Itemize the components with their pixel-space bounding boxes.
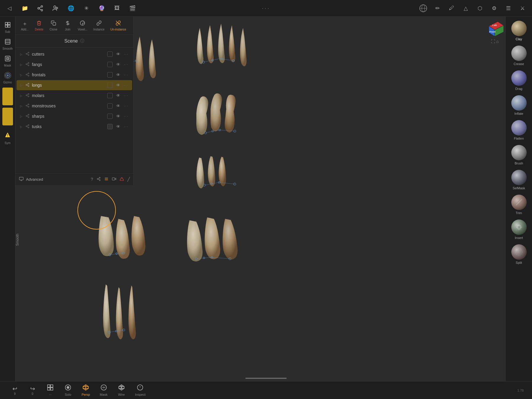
- tool-drag[interactable]: Drag: [507, 69, 531, 92]
- item-eye-molars[interactable]: 👁: [116, 93, 120, 98]
- svg-line-77: [98, 178, 99, 179]
- tool-split[interactable]: Split: [507, 243, 531, 266]
- group-icon[interactable]: [51, 4, 60, 13]
- sub-panel-item[interactable]: Sub: [2, 19, 14, 33]
- sliders-icon[interactable]: ☰: [504, 4, 513, 13]
- tool-selmask[interactable]: SelMask: [507, 168, 531, 192]
- tool-clay[interactable]: Clay: [507, 19, 531, 43]
- redo-btn[interactable]: ↪ 0: [24, 384, 41, 397]
- solo-btn[interactable]: Solo: [59, 383, 77, 398]
- active-tool-btn[interactable]: [2, 88, 13, 105]
- persp-btn[interactable]: Persp: [77, 383, 95, 398]
- item-menu-fangs[interactable]: ···: [124, 62, 129, 67]
- item-eye-fangs[interactable]: 👁: [116, 62, 120, 67]
- item-eye-tusks[interactable]: 👁: [116, 124, 120, 129]
- join-btn[interactable]: Join: [62, 19, 74, 32]
- scene-item-cutters[interactable]: ▷ cutters 👁 ···: [17, 49, 132, 59]
- item-menu-molars[interactable]: ···: [124, 93, 129, 98]
- sun-icon[interactable]: ✳: [82, 4, 91, 13]
- tool-inflate[interactable]: Inflate: [507, 93, 531, 117]
- layers-icon[interactable]: ⬡: [475, 4, 485, 13]
- info-icon[interactable]: ⓘ: [80, 38, 84, 44]
- tools-icon[interactable]: ⚔: [518, 4, 527, 13]
- item-eye-sharps[interactable]: 👁: [116, 114, 120, 119]
- tool-brush[interactable]: Brush: [507, 143, 531, 167]
- item-menu-tusks[interactable]: ···: [124, 125, 129, 129]
- gizmo-icon[interactable]: [2, 70, 14, 81]
- scene-item-monstrouses[interactable]: ▷ monstrouses 👁 ···: [17, 101, 132, 111]
- smooth-icon[interactable]: [2, 36, 14, 48]
- expand-icon: ▷: [20, 73, 24, 77]
- item-checkbox-molars[interactable]: [107, 93, 113, 98]
- pen-icon[interactable]: ✏: [433, 4, 442, 13]
- sub-icon[interactable]: [2, 19, 14, 31]
- item-checkbox-cutters[interactable]: [107, 51, 113, 57]
- item-checkbox-frontals[interactable]: [107, 72, 113, 77]
- instance-btn[interactable]: Instance: [92, 19, 106, 32]
- uninstance-btn[interactable]: Un-instance: [109, 19, 128, 32]
- adv-list-icon[interactable]: [104, 177, 108, 182]
- settings-icon[interactable]: ⚙: [489, 4, 499, 13]
- delete-btn[interactable]: Delete: [33, 19, 45, 32]
- tool-insert[interactable]: Insert: [507, 218, 531, 241]
- item-menu-cutters[interactable]: ···: [124, 52, 129, 56]
- mask-icon[interactable]: [2, 53, 14, 64]
- globe-icon[interactable]: 🌐: [66, 4, 76, 13]
- adv-warning-icon[interactable]: [120, 177, 124, 182]
- item-eye-longs[interactable]: 👁: [116, 83, 120, 88]
- scene-item-molars[interactable]: ▷ molars 👁 ···: [17, 91, 132, 101]
- item-checkbox-sharps[interactable]: [107, 114, 113, 119]
- advanced-label[interactable]: Advanced: [26, 177, 88, 182]
- share-icon[interactable]: [35, 4, 45, 13]
- material-icon[interactable]: 🔮: [97, 4, 106, 13]
- item-checkbox-longs[interactable]: [107, 83, 113, 88]
- smooth-panel-item[interactable]: Smooth: [2, 36, 14, 50]
- item-eye-frontals[interactable]: 👁: [116, 72, 120, 77]
- item-checkbox-fangs[interactable]: [107, 62, 113, 67]
- scene-item-sharps[interactable]: ▷ sharps 👁 ···: [17, 111, 132, 121]
- adv-help-icon[interactable]: ?: [91, 177, 93, 182]
- voxel-btn[interactable]: Voxel...: [76, 19, 89, 32]
- scene-item-frontals[interactable]: ▷ frontals 👁 ···: [17, 70, 132, 80]
- tool-trim[interactable]: Trim: [507, 193, 531, 217]
- cube-visual[interactable]: Left Front: [486, 20, 504, 38]
- add-btn[interactable]: ＋ Add...: [19, 19, 31, 32]
- back-icon[interactable]: ◁: [5, 4, 14, 13]
- warning-btn[interactable]: ⚠️: [2, 129, 14, 141]
- triangle-icon[interactable]: △: [461, 4, 471, 13]
- scene-item-fangs[interactable]: ▷ fangs 👁 ···: [17, 59, 132, 70]
- scene-item-longs[interactable]: ▷ longs 👁 ···: [17, 80, 132, 90]
- sphere-icon[interactable]: [419, 4, 428, 13]
- item-checkbox-monstrouses[interactable]: [107, 103, 113, 109]
- scroll-indicator[interactable]: [245, 378, 287, 379]
- inspect-btn[interactable]: Inspect: [130, 383, 150, 398]
- file-icon[interactable]: 📁: [20, 4, 30, 13]
- item-menu-longs[interactable]: ···: [124, 83, 129, 87]
- solo-label: Solo: [65, 393, 71, 396]
- svg-line-69: [27, 125, 28, 126]
- clone-btn[interactable]: Clone: [48, 19, 59, 32]
- svg-point-0: [41, 5, 43, 7]
- item-eye-monstrouses[interactable]: 👁: [116, 104, 120, 108]
- video-icon[interactable]: 🎬: [128, 4, 137, 13]
- item-menu-monstrouses[interactable]: ···: [124, 104, 129, 108]
- item-eye-cutters[interactable]: 👁: [116, 52, 120, 56]
- mask-panel-item[interactable]: Mask: [2, 53, 14, 67]
- pen2-icon[interactable]: 🖊: [447, 4, 456, 13]
- more-btn[interactable]: ···: [41, 383, 59, 398]
- active-tool-btn2[interactable]: [2, 108, 13, 125]
- adv-video-icon[interactable]: [112, 177, 116, 182]
- undo-btn[interactable]: ↩ 9: [6, 384, 24, 397]
- gizmo-panel-item[interactable]: Gizmo: [2, 70, 14, 84]
- tool-flatten[interactable]: Flatten: [507, 118, 531, 142]
- adv-share-icon[interactable]: [97, 177, 101, 182]
- item-checkbox-tusks[interactable]: [107, 124, 113, 129]
- item-menu-sharps[interactable]: ···: [124, 114, 129, 118]
- tool-crease[interactable]: Crease: [507, 44, 531, 67]
- item-menu-frontals[interactable]: ···: [124, 73, 129, 77]
- image-icon[interactable]: 🖼: [112, 4, 122, 13]
- scene-item-tusks[interactable]: ▷ tusks 👁 ···: [17, 122, 132, 132]
- adv-pen-icon[interactable]: ╱: [127, 177, 130, 182]
- wire-btn[interactable]: Wire: [113, 383, 130, 398]
- mask-btn[interactable]: Mask: [95, 383, 113, 398]
